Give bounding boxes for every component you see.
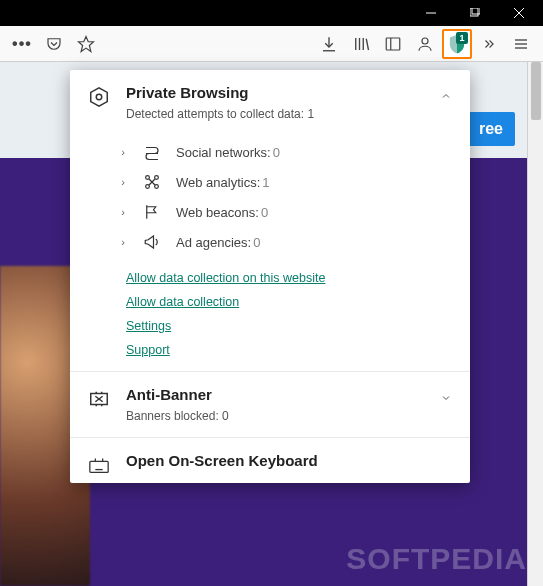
kaspersky-extension-button[interactable]: 1 xyxy=(442,29,472,59)
svg-rect-10 xyxy=(386,38,400,50)
svg-point-20 xyxy=(146,185,150,189)
downloads-icon[interactable] xyxy=(314,29,344,59)
svg-line-9 xyxy=(366,38,368,49)
tracker-count: 1 xyxy=(262,175,269,190)
allow-all-link[interactable]: Allow data collection xyxy=(126,295,239,309)
expand-icon[interactable] xyxy=(440,392,452,404)
svg-rect-2 xyxy=(472,8,480,14)
maximize-button[interactable] xyxy=(453,0,497,26)
tracker-count: 0 xyxy=(273,145,280,160)
extension-popup: Private Browsing Detected attempts to co… xyxy=(70,70,470,483)
on-screen-keyboard-section[interactable]: Open On-Screen Keyboard xyxy=(70,438,470,483)
anti-banner-section[interactable]: Anti-Banner Banners blocked: 0 xyxy=(70,372,470,438)
anti-banner-icon xyxy=(88,388,110,410)
tracker-label: Social networks: xyxy=(176,145,271,160)
browser-toolbar: ••• 1 xyxy=(0,26,543,62)
support-link[interactable]: Support xyxy=(126,343,170,357)
watermark: SOFTPEDIA xyxy=(346,542,527,576)
minimize-button[interactable] xyxy=(409,0,453,26)
window-titlebar xyxy=(0,0,543,26)
sidebar-icon[interactable] xyxy=(378,29,408,59)
ad-agencies-icon xyxy=(142,232,162,252)
extension-badge-count: 1 xyxy=(456,32,468,44)
tracker-row-ads: › Ad agencies: 0 xyxy=(118,227,450,257)
private-browsing-links: Allow data collection on this website Al… xyxy=(126,271,450,357)
svg-rect-32 xyxy=(90,461,108,472)
hamburger-menu-icon[interactable] xyxy=(506,29,536,59)
keyboard-title: Open On-Screen Keyboard xyxy=(126,452,450,469)
page-actions-button[interactable]: ••• xyxy=(7,29,37,59)
tracker-row-social: › Social networks: 0 xyxy=(118,137,450,167)
tracker-row-beacons: › Web beacons: 0 xyxy=(118,197,450,227)
settings-link[interactable]: Settings xyxy=(126,319,171,333)
svg-point-21 xyxy=(155,185,159,189)
web-beacons-icon xyxy=(142,202,162,222)
account-icon[interactable] xyxy=(410,29,440,59)
anti-banner-title: Anti-Banner xyxy=(126,386,450,403)
pocket-icon[interactable] xyxy=(39,29,69,59)
svg-rect-1 xyxy=(470,8,478,16)
chevron-right-icon[interactable]: › xyxy=(118,146,128,158)
close-button[interactable] xyxy=(497,0,541,26)
bookmark-star-icon[interactable] xyxy=(71,29,101,59)
overflow-icon[interactable] xyxy=(474,29,504,59)
web-analytics-icon xyxy=(142,172,162,192)
svg-point-18 xyxy=(146,176,150,180)
svg-point-19 xyxy=(155,176,159,180)
chevron-right-icon[interactable]: › xyxy=(118,176,128,188)
private-browsing-subtitle: Detected attempts to collect data: 1 xyxy=(126,107,450,121)
svg-point-12 xyxy=(422,38,428,44)
chevron-right-icon[interactable]: › xyxy=(118,236,128,248)
private-browsing-section: Private Browsing Detected attempts to co… xyxy=(70,70,470,372)
shield-hex-icon xyxy=(88,86,110,108)
svg-marker-5 xyxy=(79,36,94,51)
chevron-right-icon[interactable]: › xyxy=(118,206,128,218)
tracker-count: 0 xyxy=(261,205,268,220)
anti-banner-subtitle: Banners blocked: 0 xyxy=(126,409,450,423)
social-networks-icon xyxy=(142,142,162,162)
partial-page-button[interactable]: ree xyxy=(467,112,515,146)
svg-marker-16 xyxy=(91,88,108,106)
tracker-label: Web beacons: xyxy=(176,205,259,220)
tracker-count: 0 xyxy=(253,235,260,250)
private-browsing-title: Private Browsing xyxy=(126,84,450,101)
allow-site-link[interactable]: Allow data collection on this website xyxy=(126,271,325,285)
tracker-row-analytics: › Web analytics: 1 xyxy=(118,167,450,197)
tracker-category-list: › Social networks: 0 › Web analytics: 1 … xyxy=(126,137,450,257)
svg-point-17 xyxy=(96,94,102,100)
keyboard-icon xyxy=(88,454,110,476)
tracker-label: Web analytics: xyxy=(176,175,260,190)
vertical-scrollbar[interactable] xyxy=(527,62,543,586)
tracker-label: Ad agencies: xyxy=(176,235,251,250)
library-icon[interactable] xyxy=(346,29,376,59)
collapse-icon[interactable] xyxy=(440,90,452,102)
